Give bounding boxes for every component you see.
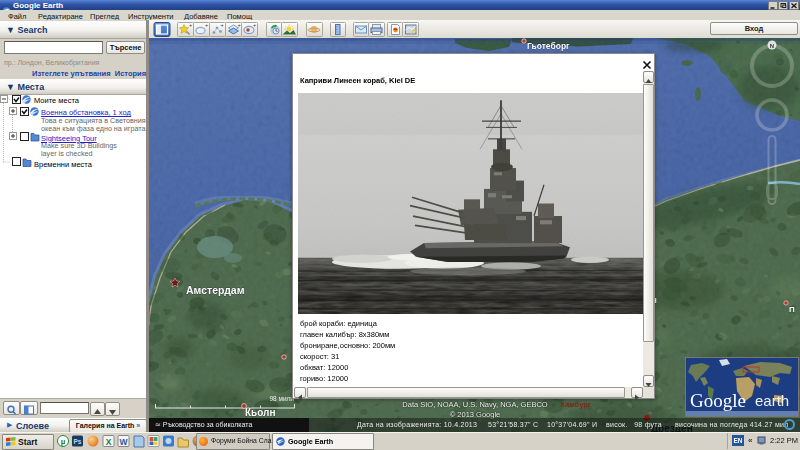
svg-text:Кьолн: Кьолн (245, 407, 276, 418)
svg-text:W: W (119, 437, 128, 447)
svg-text:98 мили: 98 мили (269, 395, 294, 402)
svg-text:X: X (106, 437, 112, 447)
svg-text:earth: earth (755, 392, 789, 409)
svg-text:Амстердам: Амстердам (186, 284, 245, 296)
svg-text:+: + (189, 22, 192, 28)
svg-text:+: + (238, 22, 241, 28)
svg-text:Гьотеборг: Гьотеборг (527, 41, 570, 51)
svg-text:N: N (770, 43, 774, 49)
svg-text:+: + (253, 22, 256, 28)
svg-text:П: П (789, 305, 795, 314)
svg-text:+: + (205, 22, 208, 28)
svg-text:Google: Google (690, 390, 746, 411)
svg-text:+: + (221, 22, 224, 28)
svg-text:µ: µ (61, 437, 66, 446)
svg-text:Ps: Ps (74, 438, 82, 445)
